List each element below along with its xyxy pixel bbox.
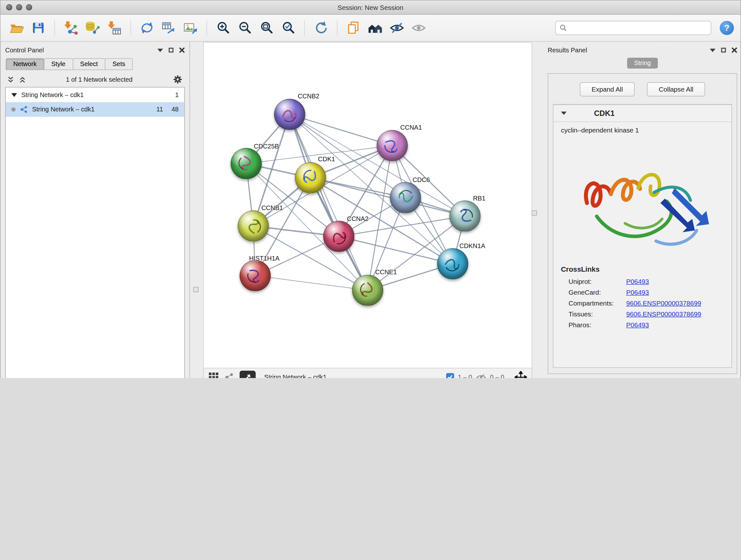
network-icon [20,105,28,113]
help-button[interactable]: ? [720,21,734,35]
node-details-card: CDK1 cyclin–dependent kinase 1 [553,105,732,368]
network-node-cdc6[interactable] [390,182,421,213]
eye-slash-icon [389,21,404,35]
network-row[interactable]: String Network – cdk1 11 48 [6,102,185,117]
open-folder-icon [9,20,24,36]
expand-all-tree-icon[interactable] [19,76,26,83]
splitter-handle[interactable] [193,287,199,292]
crosslink-link[interactable]: P06493 [626,276,649,287]
zoom-fit-button[interactable] [257,18,276,37]
network-node-hist1h1a[interactable] [240,260,271,291]
zoom-in-icon [216,21,230,35]
zoom-selected-button[interactable] [279,18,298,37]
crosslinks-section: CrossLinks Uniprot:P06493GeneCard:P06493… [553,260,731,330]
collection-label: String Network – cdk1 [21,91,84,98]
database-network-icon [85,20,100,36]
copy-document-button[interactable] [344,18,363,37]
crosslinks-title: CrossLinks [561,265,724,273]
show-elements-button[interactable] [409,18,428,37]
open-session-button[interactable] [7,18,26,37]
node-label-cdc25b: CDC25B [254,143,279,150]
save-session-button[interactable] [29,18,48,37]
network-node-ccnb2[interactable] [274,99,306,130]
network-node-cdc25b[interactable] [231,148,262,179]
crosslink-link[interactable]: P06493 [626,287,649,298]
collapse-panel-icon[interactable] [157,49,163,52]
network-view-toolbar: String Network – cdk1 1 – 0 0 – 0 [203,368,532,378]
network-node-ccne1[interactable] [352,274,383,306]
zoom-out-button[interactable] [235,18,254,37]
maximize-window-button[interactable] [26,4,32,10]
search-input[interactable] [570,24,707,31]
control-panel: Control Panel NetworkStyleSelectSets 1 o… [0,42,190,378]
network-node-rb1[interactable] [449,200,481,232]
crosslink-link[interactable]: 9606.ENSP00000378699 [626,298,701,309]
tab-select[interactable]: Select [72,58,105,70]
expand-all-button[interactable]: Expand All [580,82,635,97]
minimize-window-button[interactable] [16,4,22,10]
tree-expander-icon[interactable] [11,93,17,97]
export-network-button[interactable] [240,370,256,378]
close-panel-icon[interactable] [731,47,737,53]
tab-network[interactable]: Network [6,58,44,70]
network-selection-status: 1 of 1 Network selected [30,76,167,83]
import-network-button[interactable] [62,18,80,37]
export-image-button[interactable] [181,18,200,37]
home-view-button[interactable] [366,18,385,37]
import-table-button[interactable] [105,18,124,37]
network-edge[interactable] [311,178,465,216]
crosslink-link[interactable]: P06493 [626,320,649,330]
search-box[interactable] [555,21,711,35]
tab-style[interactable]: Style [44,58,73,70]
close-window-button[interactable] [6,4,12,10]
crosslink-row: Compartments:9606.ENSP00000378699 [561,298,724,309]
crosslink-label: Pharos: [568,320,626,330]
splitter-handle[interactable] [532,210,537,215]
current-network-indicator [11,107,16,111]
hide-elements-button[interactable] [387,18,406,37]
zoom-fit-icon [259,21,273,35]
collapse-entry-icon[interactable] [561,111,567,115]
collapse-panel-icon[interactable] [710,49,716,52]
help-icon: ? [724,23,729,33]
network-canvas[interactable]: CCNB2CCNA1CDC25BCDK1CDC6RB1CCNB1CCNA2CDK… [203,42,532,368]
import-network-from-database-button[interactable] [83,18,102,37]
tab-sets[interactable]: Sets [105,58,133,70]
window-title: Session: New Session [0,3,740,11]
network-from-table-button[interactable] [159,18,178,37]
selected-checkbox-icon[interactable] [446,373,454,378]
search-icon [559,24,567,32]
network-node-ccnb1[interactable] [238,210,269,242]
network-collection-row[interactable]: String Network – cdk1 1 [6,87,185,102]
network-node-ccna2[interactable] [323,221,354,252]
zoom-out-icon [238,21,252,35]
network-tree: String Network – cdk1 1 String Network –… [5,87,185,378]
crosslink-link[interactable]: 9606.ENSP00000378699 [626,309,701,320]
collapse-all-button[interactable]: Collapse All [647,82,705,97]
node-label-ccnb1: CCNB1 [261,204,283,211]
float-panel-icon[interactable] [169,48,174,53]
new-network-button[interactable] [138,18,156,37]
main-toolbar: ? [0,15,740,42]
close-panel-icon[interactable] [179,47,185,53]
control-panel-tabs: NetworkStyleSelectSets [6,58,185,70]
pan-move-icon[interactable] [515,371,527,378]
protein-squiggle-icon [235,208,271,244]
float-panel-icon[interactable] [721,48,726,53]
zoom-in-button[interactable] [213,18,232,37]
network-edge[interactable] [290,114,367,290]
network-node-cdkn1a[interactable] [437,248,468,279]
network-node-cdk1[interactable] [295,162,326,193]
birdseye-view-icon[interactable] [224,372,234,378]
application-window: Session: New Session ? [0,0,741,378]
hidden-eye-slash-icon[interactable] [476,373,486,378]
grid-view-icon[interactable] [208,372,219,378]
network-node-ccna1[interactable] [377,130,408,161]
collapse-all-tree-icon[interactable] [7,76,14,83]
gear-icon[interactable] [173,74,183,84]
houses-icon [367,21,383,35]
tab-string[interactable]: String [627,58,658,69]
refresh-button[interactable] [312,18,330,37]
toolbar-separator [305,20,305,36]
selected-nodes-counter: 1 – 0 [458,374,472,378]
